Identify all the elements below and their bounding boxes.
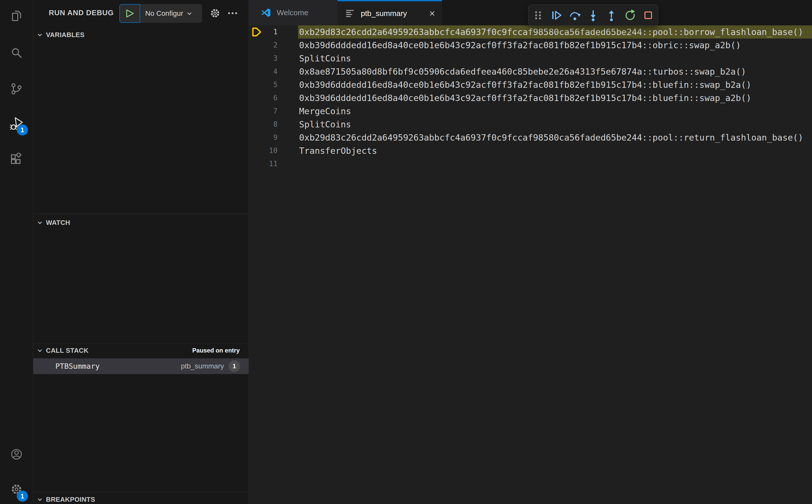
editor-group: Welcome ptb_summary (249, 0, 812, 504)
step-out-icon[interactable] (605, 9, 618, 21)
frame-name: PTBSummary (55, 362, 100, 371)
call-stack-frame-row[interactable]: PTBSummary ptb_summary 1 (33, 358, 248, 374)
debug-badge: 1 (17, 124, 28, 136)
sidebar-title: RUN AND DEBUG (49, 0, 114, 25)
section-variables[interactable]: VARIABLES (33, 28, 248, 41)
line-number: 1 (249, 25, 277, 39)
debug-toolbar (528, 5, 658, 26)
chevron-down-icon (36, 219, 43, 226)
continue-icon[interactable] (550, 9, 563, 21)
more-actions-icon[interactable] (227, 7, 238, 19)
line-number: 11 (249, 157, 277, 171)
code-text: MergeCoins (299, 105, 351, 118)
chevron-down-icon (186, 10, 193, 17)
tab-ptb-summary[interactable]: ptb_summary (337, 0, 442, 25)
chevron-down-icon (36, 347, 43, 354)
line-number: 4 (249, 65, 277, 78)
drag-handle-icon[interactable] (532, 9, 544, 21)
line-number: 8 (249, 118, 277, 131)
section-label: WATCH (46, 219, 70, 227)
vscode-logo-icon (260, 8, 271, 18)
section-divider (33, 492, 248, 492)
section-label: BREAKPOINTS (46, 496, 95, 503)
line-number: 9 (249, 131, 277, 144)
code-line[interactable]: 2 0xb39d6dddedd16ed8a40ce0b1e6b43c92acf0… (249, 39, 812, 52)
play-icon (124, 8, 135, 19)
activity-bar: 1 1 (0, 0, 33, 504)
restart-icon[interactable] (624, 9, 636, 21)
section-call-stack[interactable]: CALL STACK Paused on entry (33, 344, 248, 357)
line-number: 3 (249, 52, 277, 65)
line-number: 6 (249, 91, 277, 105)
line-number: 10 (249, 144, 277, 157)
code-line[interactable]: 5 0xb39d6dddedd16ed8a40ce0b1e6b43c92acf0… (249, 78, 812, 91)
line-number: 7 (249, 105, 277, 118)
code-line[interactable]: 4 0x8ae871505a80d8bf6bf9c05906cda6edfeea… (249, 65, 812, 78)
tab-welcome[interactable]: Welcome (249, 0, 337, 25)
code-text: 0xb39d6dddedd16ed8a40ce0b1e6b43c92acf0ff… (299, 91, 751, 105)
explorer-icon[interactable] (10, 9, 23, 22)
code-text: 0xb39d6dddedd16ed8a40ce0b1e6b43c92acf0ff… (299, 78, 751, 91)
tab-label: Welcome (277, 8, 308, 17)
debug-config-dropdown[interactable]: No Configur (119, 4, 202, 23)
start-debug-button[interactable] (119, 4, 140, 23)
source-control-icon[interactable] (10, 82, 23, 95)
call-stack-status: Paused on entry (192, 347, 240, 354)
frame-line-badge: 1 (228, 360, 240, 372)
code-line[interactable]: 10 TransferObjects (249, 144, 812, 157)
file-lines-icon (345, 8, 355, 19)
line-number: 5 (249, 78, 277, 91)
code-text: 0xb29d83c26cdd2a64959263abbcfc4a6937f0c9… (299, 25, 803, 39)
run-and-debug-sidebar: RUN AND DEBUG No Configur VARIABLES (33, 0, 249, 504)
tab-label: ptb_summary (361, 9, 407, 18)
code-text: SplitCoins (299, 52, 351, 65)
vscode-window: 1 1 RUN AND DEBUG No C (0, 0, 812, 504)
search-icon[interactable] (10, 47, 23, 60)
code-line[interactable]: 11 (249, 157, 812, 171)
close-icon[interactable] (428, 9, 437, 18)
code-text: 0xb29d83c26cdd2a64959263abbcfc4a6937f0c9… (299, 131, 803, 144)
code-text: 0xb39d6dddedd16ed8a40ce0b1e6b43c92acf0ff… (299, 39, 741, 52)
extensions-icon[interactable] (10, 153, 23, 166)
code-text: TransferObjects (299, 144, 377, 157)
code-line[interactable]: 9 0xb29d83c26cdd2a64959263abbcfc4a6937f0… (249, 131, 812, 144)
chevron-down-icon (36, 31, 43, 38)
code-line[interactable]: 3 SplitCoins (249, 52, 812, 65)
code-line[interactable]: 6 0xb39d6dddedd16ed8a40ce0b1e6b43c92acf0… (249, 91, 812, 105)
stop-icon[interactable] (642, 9, 654, 21)
step-over-icon[interactable] (569, 9, 581, 21)
frame-file: ptb_summary (181, 362, 224, 370)
chevron-down-icon (36, 496, 43, 503)
code-line[interactable]: 7 MergeCoins (249, 105, 812, 118)
code-text: 0x8ae871505a80d8bf6bf9c05906cda6edfeea46… (299, 65, 746, 78)
debug-settings-gear-icon[interactable] (209, 7, 221, 19)
step-into-icon[interactable] (587, 9, 599, 21)
code-line[interactable]: 8 SplitCoins (249, 118, 812, 131)
code-editor[interactable]: 1 0xb29d83c26cdd2a64959263abbcfc4a6937f0… (249, 25, 812, 504)
section-label: CALL STACK (46, 347, 89, 355)
section-divider (33, 343, 248, 343)
code-line[interactable]: 1 0xb29d83c26cdd2a64959263abbcfc4a6937f0… (249, 25, 812, 39)
account-icon[interactable] (10, 448, 23, 461)
settings-badge: 1 (17, 491, 28, 502)
section-watch[interactable]: WATCH (33, 216, 248, 229)
section-divider (33, 214, 248, 214)
code-text: SplitCoins (299, 118, 351, 131)
config-dropdown-label: No Configur (145, 9, 183, 18)
line-number: 2 (249, 39, 277, 52)
section-label: VARIABLES (46, 31, 85, 39)
section-breakpoints[interactable]: BREAKPOINTS (33, 493, 248, 504)
